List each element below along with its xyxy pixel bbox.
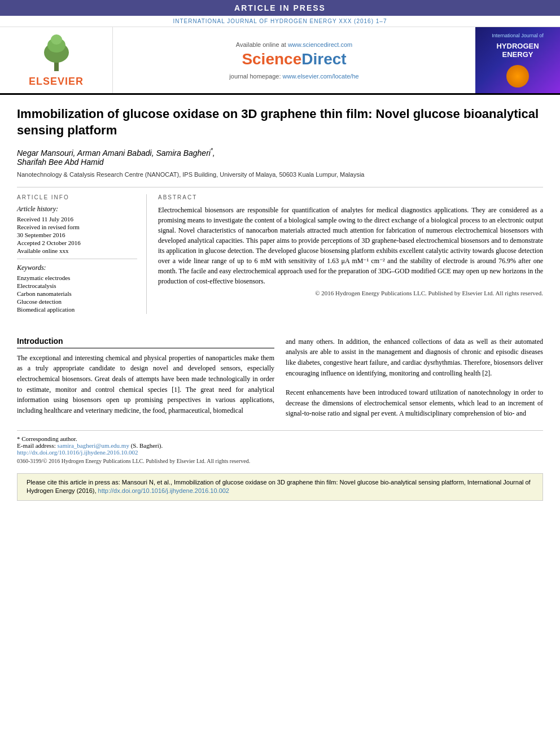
footer-copyright: 0360-3199/© 2016 Hydrogen Energy Publica… — [17, 458, 543, 464]
keyword-4: Glucose detection — [17, 298, 137, 305]
keyword-5: Biomedical application — [17, 306, 137, 313]
section-divider-1 — [17, 187, 543, 187]
main-content: Immobilization of glucose oxidase on 3D … — [0, 95, 560, 512]
body-right-column: and many others. In addition, the enhanc… — [286, 337, 543, 419]
history-item-1: Received 11 July 2016 — [17, 216, 137, 222]
two-column-layout: ARTICLE INFO Article history: Received 1… — [17, 194, 543, 314]
citation-bar: Please cite this article in press as: Ma… — [17, 473, 543, 501]
elsevier-brand-text: ELSEVIER — [29, 76, 84, 88]
keyword-2: Electrocatalysis — [17, 282, 137, 289]
body-left-column: Introduction The exceptional and interes… — [17, 337, 274, 419]
elsevier-logo-area: ELSEVIER — [0, 27, 113, 93]
sciencedirect-url[interactable]: www.sciencedirect.com — [288, 41, 352, 48]
abstract-copyright: © 2016 Hydrogen Energy Publications LLC.… — [158, 290, 543, 296]
history-label: Article history: — [17, 205, 137, 213]
history-item-3: 30 September 2016 — [17, 231, 137, 238]
section-separator — [17, 314, 543, 331]
abstract-text: Electrochemical biosensors are responsib… — [158, 205, 543, 286]
elsevier-tree-icon — [34, 33, 79, 72]
abstract-heading: ABSTRACT — [158, 194, 543, 200]
top-header: ELSEVIER Available online at www.science… — [0, 27, 560, 95]
doi-link: http://dx.doi.org/10.1016/j.ijhydene.201… — [17, 449, 543, 456]
intro-right-para-1: and many others. In addition, the enhanc… — [286, 337, 543, 378]
keywords-label: Keywords: — [17, 264, 137, 272]
body-content: Introduction The exceptional and interes… — [17, 337, 543, 419]
svg-point-3 — [51, 34, 62, 45]
keyword-3: Carbon nanomaterials — [17, 290, 137, 297]
email-note: E-mail address: samira_bagheri@um.edu.my… — [17, 442, 543, 449]
introduction-heading: Introduction — [17, 337, 274, 348]
citation-doi-link[interactable]: http://dx.doi.org/10.1016/j.ijhydene.201… — [98, 487, 229, 494]
center-header: Available online at www.sciencedirect.co… — [113, 27, 475, 93]
keyword-1: Enzymatic electrodes — [17, 274, 137, 281]
article-info-heading: ARTICLE INFO — [17, 194, 137, 200]
history-item-5: Available online xxx — [17, 247, 137, 254]
available-online-text: Available online at www.sciencedirect.co… — [236, 41, 352, 48]
he-cover-title: HYDROGENENERGY — [496, 42, 539, 59]
authors: Negar Mansouri, Arman Amani Babadi, Sami… — [17, 147, 543, 167]
intro-right-para-2: Recent enhancements have been introduced… — [286, 387, 543, 419]
journal-homepage-url[interactable]: www.elsevier.com/locate/he — [283, 73, 359, 80]
science-text: Science — [242, 50, 301, 68]
journal-header-line: INTERNATIONAL JOURNAL OF HYDROGEN ENERGY… — [0, 16, 560, 27]
footnote-area: * Corresponding author. E-mail address: … — [17, 430, 543, 464]
affiliation: Nanotechnology & Catalysis Research Cent… — [17, 171, 543, 178]
he-cover-decoration — [506, 65, 529, 88]
journal-homepage-text: journal homepage: www.elsevier.com/locat… — [229, 73, 358, 80]
history-item-2: Received in revised form — [17, 224, 137, 230]
doi-anchor[interactable]: http://dx.doi.org/10.1016/j.ijhydene.201… — [17, 449, 138, 456]
article-info-column: ARTICLE INFO Article history: Received 1… — [17, 194, 147, 314]
sciencedirect-brand: ScienceDirect — [242, 50, 346, 68]
abstract-column: ABSTRACT Electrochemical biosensors are … — [158, 194, 543, 314]
hydrogen-energy-cover: International Journal of HYDROGENENERGY — [475, 27, 560, 93]
corresponding-email-link[interactable]: samira_bagheri@um.edu.my — [57, 442, 129, 449]
he-cover-subtitle: International Journal of — [492, 33, 544, 40]
direct-text: Direct — [301, 50, 346, 68]
thin-rule-1 — [17, 259, 137, 259]
article-in-press-banner: ARTICLE IN PRESS — [0, 0, 560, 16]
corresponding-note: * Corresponding author. — [17, 435, 543, 442]
article-title: Immobilization of glucose oxidase on 3D … — [17, 106, 543, 138]
history-item-4: Accepted 2 October 2016 — [17, 239, 137, 246]
intro-left-para: The exceptional and interesting chemical… — [17, 353, 274, 416]
